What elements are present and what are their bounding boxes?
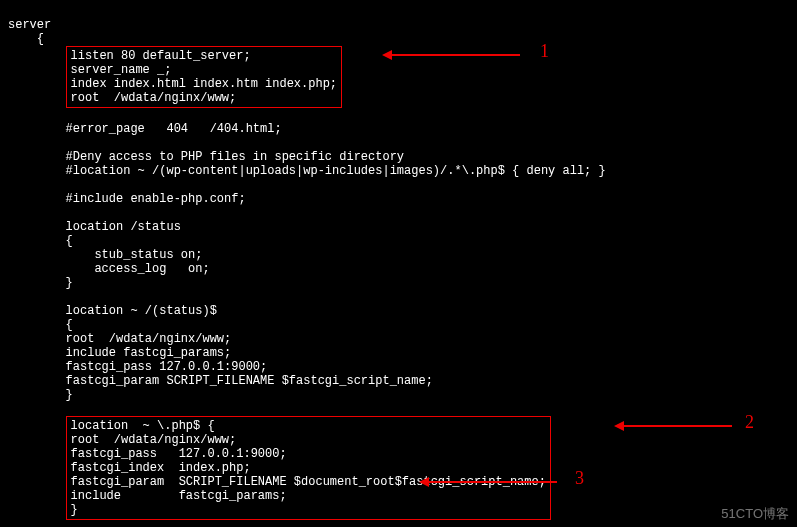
code-line: root /wdata/nginx/www;: [71, 433, 237, 447]
annotation-2: 2: [745, 415, 754, 429]
code-line: fastcgi_index index.php;: [71, 461, 251, 475]
code-line: location ~ /(status)$: [8, 304, 217, 318]
code-line: #error_page 404 /404.html;: [8, 122, 282, 136]
code-line: include fastcgi_params;: [71, 489, 287, 503]
highlight-box-2: location ~ \.php$ { root /wdata/nginx/ww…: [66, 416, 551, 520]
code-line: #Deny access to PHP files in specific di…: [8, 150, 404, 164]
code-line: location /status: [8, 220, 181, 234]
code-line: location ~ \.php$ {: [71, 419, 215, 433]
code-line: #location ~ /(wp-content|uploads|wp-incl…: [8, 164, 606, 178]
arrow-2: [622, 425, 732, 427]
code-line: fastcgi_pass 127.0.0.1:9000;: [8, 360, 267, 374]
code-line: }: [8, 276, 73, 290]
highlight-box-1: listen 80 default_server; server_name _;…: [66, 46, 342, 108]
code-line: {: [8, 318, 73, 332]
code-line: }: [8, 388, 73, 402]
code-line: root /wdata/nginx/www;: [8, 332, 231, 346]
arrow-3: [427, 481, 557, 483]
config-code: server { listen 80 default_server; serve…: [0, 0, 797, 527]
code-line: fastcgi_param SCRIPT_FILENAME $fastcgi_s…: [8, 374, 433, 388]
watermark: 51CTO博客: [721, 507, 789, 521]
code-line: index index.html index.htm index.php;: [71, 77, 337, 91]
code-line: access_log on;: [8, 262, 210, 276]
code-line: server: [8, 18, 51, 32]
code-line: root /wdata/nginx/www;: [71, 91, 237, 105]
code-line: }: [71, 503, 78, 517]
code-line: fastcgi_pass 127.0.0.1:9000;: [71, 447, 287, 461]
code-line: {: [8, 234, 73, 248]
code-line: listen 80 default_server;: [71, 49, 251, 63]
code-line: stub_status on;: [8, 248, 202, 262]
code-line: server_name _;: [71, 63, 172, 77]
annotation-3: 3: [575, 471, 584, 485]
annotation-1: 1: [540, 44, 549, 58]
code-line: {: [8, 32, 44, 46]
code-line: #include enable-php.conf;: [8, 192, 246, 206]
code-line: include fastcgi_params;: [8, 346, 231, 360]
arrow-1: [390, 54, 520, 56]
